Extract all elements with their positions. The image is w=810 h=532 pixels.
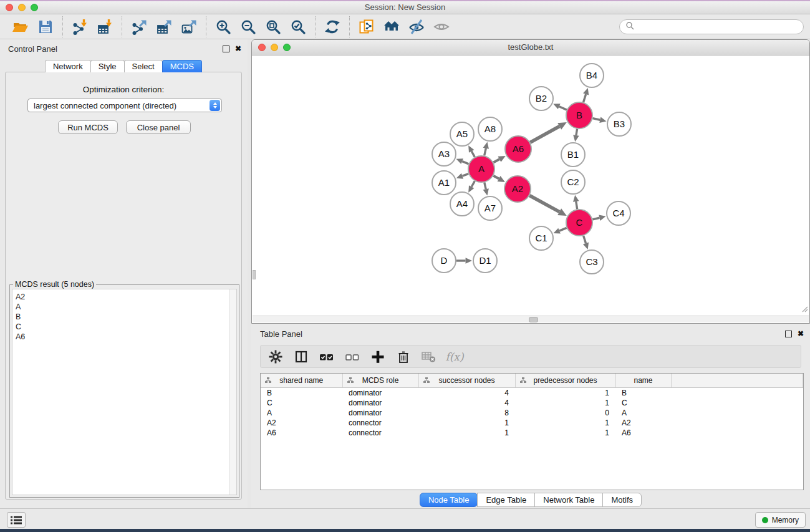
graph-node-A4[interactable]: A4 — [450, 192, 474, 216]
column-header-mcds-role[interactable]: MCDS role — [342, 374, 418, 388]
graph-edge-A-A1[interactable] — [462, 174, 468, 177]
network-zoom-button[interactable] — [283, 44, 291, 51]
tab-select[interactable]: Select — [124, 60, 163, 72]
float-panel-icon[interactable] — [223, 46, 229, 52]
graph-edge-C-C1[interactable] — [559, 228, 567, 231]
cell-name[interactable]: A — [615, 408, 671, 418]
cell-predecessor-nodes[interactable]: 1 — [515, 418, 615, 428]
minimize-window-button[interactable] — [18, 4, 26, 11]
optimization-criterion-select[interactable]: largest connected component (directed) — [27, 99, 222, 112]
cell-predecessor-nodes[interactable]: 0 — [515, 408, 615, 418]
cell-shared-name[interactable]: A — [261, 408, 342, 418]
graph-edge-B-B1[interactable] — [576, 129, 577, 135]
cell-name[interactable]: A6 — [615, 428, 671, 438]
result-list-scrollbar[interactable] — [229, 289, 236, 495]
tab-network[interactable]: Network — [45, 60, 91, 72]
mcds-result-item[interactable]: A2 — [12, 292, 236, 302]
show-panels-list-button[interactable] — [7, 512, 26, 528]
cell-mcds-role[interactable]: dominator — [342, 398, 418, 408]
close-panel-button[interactable]: Close panel — [126, 120, 191, 134]
tab-motifs[interactable]: Motifs — [602, 493, 642, 507]
graph-node-A5[interactable]: A5 — [450, 122, 474, 146]
close-panel-icon[interactable]: ✖ — [798, 330, 804, 337]
cell-successor-nodes[interactable]: 4 — [418, 388, 515, 399]
open-session-folder-icon[interactable] — [11, 17, 31, 37]
mcds-result-item[interactable]: A — [12, 302, 236, 312]
graph-node-A3[interactable]: A3 — [432, 142, 456, 166]
resize-grip-icon[interactable] — [801, 304, 808, 315]
graph-node-A7[interactable]: A7 — [478, 196, 502, 220]
import-table-icon[interactable] — [95, 17, 115, 37]
zoom-selected-icon[interactable] — [288, 17, 308, 37]
memory-button[interactable]: Memory — [755, 512, 806, 528]
search-input[interactable] — [637, 22, 798, 32]
export-table-icon[interactable] — [154, 17, 174, 37]
graph-edge-A-A8[interactable] — [485, 148, 486, 156]
close-panel-icon[interactable]: ✖ — [235, 45, 241, 52]
column-header-predecessor-nodes[interactable]: predecessor nodes — [515, 374, 615, 388]
graph-edge-B-B3[interactable] — [592, 118, 600, 120]
cell-shared-name[interactable]: A2 — [261, 418, 342, 428]
export-network-icon[interactable] — [129, 17, 149, 37]
graph-node-D1[interactable]: D1 — [473, 249, 497, 273]
deselect-all-checks-icon[interactable] — [344, 348, 361, 365]
cell-mcds-role[interactable]: connector — [342, 428, 418, 438]
graph-node-A6[interactable]: A6 — [505, 136, 531, 162]
cell-shared-name[interactable]: C — [261, 398, 342, 408]
network-minimize-button[interactable] — [271, 44, 278, 51]
show-elements-icon[interactable] — [432, 17, 451, 37]
cell-mcds-role[interactable]: dominator — [342, 388, 418, 399]
horizontal-scrollbar[interactable] — [253, 316, 809, 322]
network-canvas[interactable]: AA1A2A3A4A5A6A7A8BB1B2B3B4CC1C2C3C4DD1 — [253, 56, 809, 316]
graph-edge-A-A3[interactable] — [462, 162, 468, 164]
zoom-fit-icon[interactable] — [263, 17, 283, 37]
graph-node-B3[interactable]: B3 — [607, 112, 631, 136]
mcds-result-item[interactable]: B — [12, 312, 236, 322]
graph-edge-A-A6[interactable] — [493, 159, 499, 162]
tab-style[interactable]: Style — [90, 60, 125, 72]
cell-successor-nodes[interactable]: 8 — [418, 408, 515, 418]
tab-network-table[interactable]: Network Table — [534, 493, 603, 507]
graph-node-A8[interactable]: A8 — [478, 117, 502, 141]
run-mcds-button[interactable]: Run MCDS — [58, 120, 118, 134]
cell-successor-nodes[interactable]: 1 — [418, 428, 515, 438]
delete-column-icon[interactable] — [395, 348, 412, 365]
graph-edge-A6-B[interactable] — [530, 127, 559, 143]
cell-shared-name[interactable]: B — [261, 388, 342, 399]
cell-mcds-role[interactable]: connector — [342, 418, 418, 428]
select-all-checks-icon[interactable] — [318, 348, 335, 365]
graph-node-C[interactable]: C — [566, 210, 592, 236]
table-row[interactable]: Cdominator41C — [261, 398, 803, 408]
graph-node-C2[interactable]: C2 — [561, 170, 585, 194]
graph-node-A1[interactable]: A1 — [432, 171, 456, 195]
tab-edge-table[interactable]: Edge Table — [477, 493, 535, 507]
table-row[interactable]: A2connector11A2 — [261, 418, 803, 428]
table-row[interactable]: Bdominator41B — [261, 388, 803, 399]
horizontal-scrollbar-thumb[interactable] — [529, 317, 538, 322]
mcds-result-list[interactable]: A2ABCA6 — [12, 289, 237, 495]
cell-mcds-role[interactable]: dominator — [342, 408, 418, 418]
tab-node-table[interactable]: Node Table — [420, 493, 478, 507]
graph-edge-C-C4[interactable] — [592, 218, 599, 220]
cell-predecessor-nodes[interactable]: 1 — [515, 388, 615, 399]
graph-edge-B-B2[interactable] — [559, 107, 567, 110]
clone-network-icon[interactable] — [357, 17, 377, 37]
add-column-icon[interactable] — [369, 348, 387, 365]
graph-edge-A-A7[interactable] — [485, 182, 486, 189]
graph-node-A2[interactable]: A2 — [504, 176, 531, 202]
tab-mcds[interactable]: MCDS — [162, 60, 202, 72]
cell-name[interactable]: A2 — [615, 418, 671, 428]
graph-edge-C-C2[interactable] — [576, 201, 577, 209]
graph-edge-A2-C[interactable] — [529, 196, 559, 212]
graph-node-C3[interactable]: C3 — [580, 250, 604, 274]
graph-edge-B-B4[interactable] — [584, 94, 586, 102]
graph-edge-A-A4[interactable] — [471, 181, 475, 186]
table-row[interactable]: A6connector11A6 — [261, 428, 803, 438]
zoom-in-icon[interactable] — [213, 17, 233, 37]
cell-successor-nodes[interactable]: 1 — [418, 418, 515, 428]
column-header-shared-name[interactable]: shared name — [261, 374, 342, 388]
hide-elements-icon[interactable] — [407, 17, 427, 37]
cell-name[interactable]: B — [615, 388, 671, 399]
column-visibility-icon[interactable] — [292, 348, 310, 365]
mcds-result-item[interactable]: A6 — [12, 332, 236, 342]
